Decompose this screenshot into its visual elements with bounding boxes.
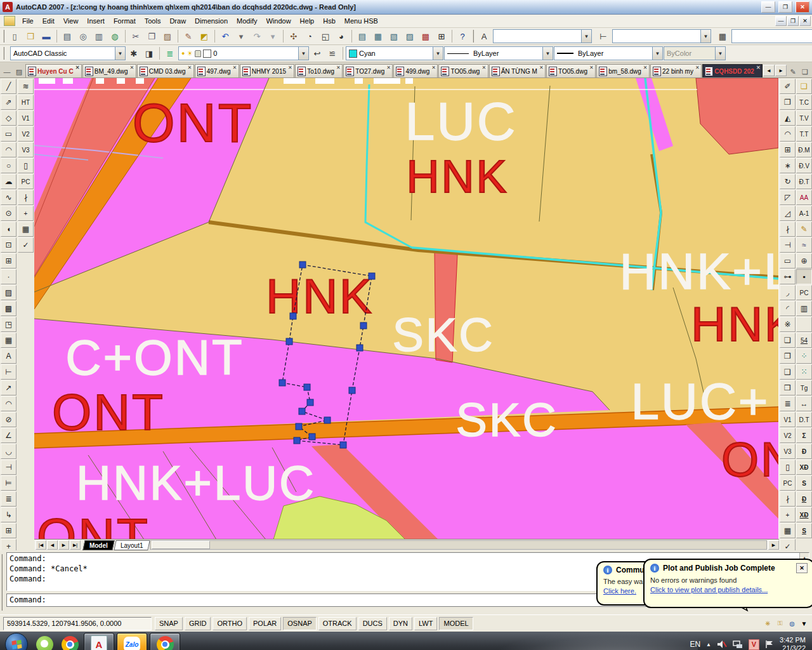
- chevron-down-icon[interactable]: ▼: [700, 30, 710, 43]
- grip[interactable]: [357, 345, 363, 351]
- toggle-otrack[interactable]: OTRACK: [318, 617, 357, 630]
- doc-tab-to05-dwg[interactable]: TO05.dwg✕: [546, 64, 596, 77]
- dot-button[interactable]: ▪: [796, 269, 812, 284]
- menu-edit[interactable]: Edit: [38, 17, 59, 25]
- fillet-icon[interactable]: ◜: [780, 301, 796, 316]
- toggle-dyn[interactable]: DYN: [389, 617, 412, 630]
- antivirus-icon[interactable]: V: [749, 639, 759, 650]
- open-folder-icon[interactable]: ❏: [796, 79, 812, 94]
- layers2-icon[interactable]: ≣: [780, 396, 796, 411]
- erase-icon[interactable]: ✐: [780, 79, 796, 94]
- workspace-combo[interactable]: AutoCAD Classic ▼: [10, 46, 126, 60]
- toggle-model[interactable]: MODEL: [439, 617, 473, 630]
- tool-icon[interactable]: ⊞: [1, 523, 16, 538]
- tab-model[interactable]: Model: [82, 540, 114, 550]
- toggle-grid[interactable]: GRID: [185, 617, 211, 630]
- doc-tab-cqhsdd-202[interactable]: CQHSDD 202✕: [702, 64, 763, 77]
- undo-icon[interactable]: ↶: [218, 29, 233, 44]
- chevron-down-icon[interactable]: ▼: [115, 47, 125, 60]
- grip[interactable]: [360, 322, 367, 329]
- close-icon[interactable]: ✕: [643, 65, 648, 70]
- trim-icon[interactable]: ∤: [780, 222, 796, 237]
- drawing-area[interactable]: ONTLUCHNKHNKSKCHNK+LHNKC+ONTONTLUC+SKCON…: [34, 78, 779, 550]
- linetype-combo[interactable]: ByLayer ▼: [444, 46, 553, 60]
- pc-button[interactable]: PC: [18, 174, 34, 189]
- qnew-icon[interactable]: ▯: [7, 29, 22, 44]
- blank-button[interactable]: [796, 317, 812, 332]
- grip[interactable]: [349, 387, 355, 394]
- toggle-ducs[interactable]: DUCS: [358, 617, 387, 630]
- dm-button[interactable]: Đ.M: [796, 142, 812, 157]
- redo-menu-icon[interactable]: ▾: [265, 29, 280, 44]
- maximize-button[interactable]: ❐: [778, 1, 792, 13]
- tool-icon[interactable]: ⊢: [1, 364, 16, 380]
- designcenter-icon[interactable]: ▦: [370, 29, 386, 44]
- wave-icon[interactable]: ≈: [796, 237, 812, 253]
- menu-view[interactable]: View: [59, 17, 83, 25]
- layer-states-icon[interactable]: ≌: [325, 46, 340, 61]
- columns-icon[interactable]: ▥: [796, 301, 812, 316]
- tool-icon[interactable]: ◇: [1, 110, 16, 126]
- close-icon[interactable]: ✕: [589, 65, 594, 70]
- tool-icon[interactable]: ◖: [1, 222, 16, 237]
- menu-menu-hsb[interactable]: Menu HSB: [340, 17, 383, 25]
- toolbar-grip[interactable]: [3, 30, 4, 43]
- tool-icon[interactable]: ⊨: [1, 475, 16, 491]
- tool-icon[interactable]: ⇗: [1, 95, 16, 110]
- tray-expand-icon[interactable]: ▲: [706, 642, 711, 647]
- draw-order-front-icon[interactable]: ❏: [780, 333, 796, 348]
- quickcalc-icon[interactable]: ⊞: [434, 29, 449, 44]
- clock[interactable]: 3:42 PM 21/3/22: [780, 636, 806, 650]
- layer-combo[interactable]: ● ☀ 0 ▼: [178, 46, 309, 60]
- draw-order-above-icon[interactable]: ❑: [780, 364, 796, 380]
- tg-button[interactable]: Tg: [796, 380, 812, 395]
- grip[interactable]: [309, 434, 315, 440]
- close-icon[interactable]: ✕: [431, 65, 436, 70]
- doc-tab-to27-dwg[interactable]: TO27.dwg✕: [343, 64, 393, 77]
- toolbar-lock-icon[interactable]: ⚿: [775, 619, 785, 628]
- extend-icon[interactable]: ⊣: [780, 237, 796, 253]
- grip[interactable]: [299, 408, 305, 415]
- doc-tab-499-dwg[interactable]: 499.dwg✕: [393, 64, 438, 77]
- table-style-combo[interactable]: ▼: [731, 29, 812, 43]
- tab-layout1[interactable]: Layout1: [114, 540, 150, 550]
- toggle-osnap[interactable]: OSNAP: [283, 617, 317, 630]
- close-icon[interactable]: ✕: [336, 65, 341, 70]
- grip[interactable]: [369, 273, 375, 279]
- sigma-button[interactable]: Σ: [796, 428, 812, 443]
- dash-icon[interactable]: ∤: [780, 491, 796, 507]
- plus-button[interactable]: +: [780, 507, 796, 522]
- scroll-right-button[interactable]: ▶: [768, 540, 779, 550]
- tool-icon[interactable]: ⊣: [1, 460, 16, 475]
- doc-tab-bm_49-dwg[interactable]: BM_49.dwg✕: [82, 64, 136, 77]
- mirror-icon[interactable]: ◭: [780, 110, 796, 126]
- chevron-down-icon[interactable]: ▼: [581, 30, 591, 43]
- tool-icon[interactable]: ◠: [1, 142, 16, 157]
- lock-icon[interactable]: [195, 50, 201, 57]
- balloon-link[interactable]: Click here.: [603, 587, 636, 595]
- action-center-flag-icon[interactable]: [765, 640, 774, 649]
- d-u-button[interactable]: Đ: [796, 491, 812, 507]
- doc-tab-cmd-03-dwg[interactable]: CMD 03.dwg✕: [137, 64, 194, 77]
- command-window-grip[interactable]: [1, 554, 5, 611]
- doc-tab-bm_58-dwg[interactable]: bm_58.dwg✕: [596, 64, 650, 77]
- taskbar-zalo-button[interactable]: Zalo: [117, 633, 147, 650]
- break-icon[interactable]: ▭: [780, 253, 796, 269]
- tc-button[interactable]: T.C: [796, 95, 812, 110]
- tool-icon[interactable]: ⊘: [1, 412, 16, 427]
- lr-arrow-icon[interactable]: ↔: [796, 396, 812, 411]
- tv-button[interactable]: T.V: [796, 110, 812, 126]
- balloon-link[interactable]: Click to view plot and publish details..…: [650, 586, 768, 594]
- block-update-icon[interactable]: ◩: [197, 29, 212, 44]
- zoom-previous-icon[interactable]: ◕: [334, 29, 349, 44]
- grip[interactable]: [307, 399, 313, 406]
- workspace-save-icon[interactable]: ◨: [141, 46, 157, 61]
- speaker-muted-icon[interactable]: [717, 640, 727, 649]
- s-button[interactable]: S: [796, 475, 812, 491]
- map-canvas[interactable]: ONTLUCHNKHNKSKCHNK+LHNKC+ONTONTLUC+SKCON…: [34, 78, 779, 539]
- title-bar[interactable]: A AutoCAD 2007 - [z:\cong ty hoang thinh…: [0, 0, 812, 15]
- grip[interactable]: [324, 417, 331, 423]
- close-icon[interactable]: ✕: [288, 65, 292, 70]
- tool-icon[interactable]: ∠: [1, 428, 16, 443]
- tab-last-button[interactable]: ▶|: [70, 540, 81, 550]
